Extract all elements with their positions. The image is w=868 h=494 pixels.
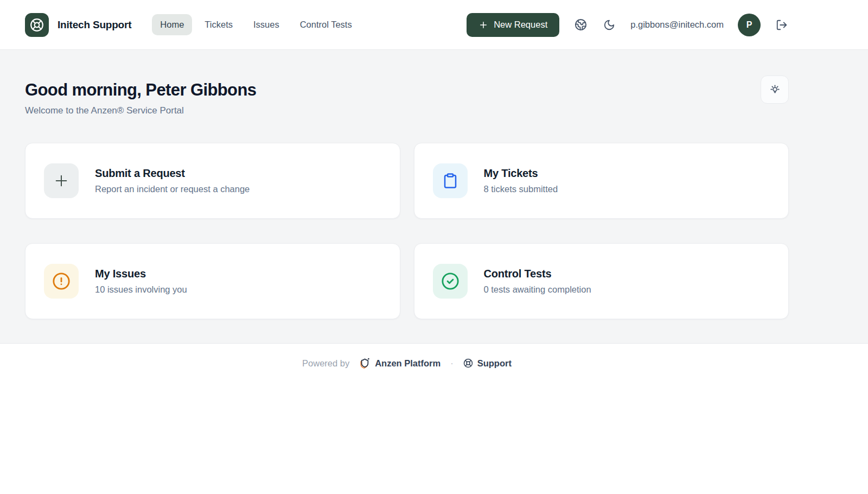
card-control-tests[interactable]: Control Tests 0 tests awaiting completio… [414,243,789,319]
platform-name: Anzen Platform [375,358,441,369]
shield-icon [358,357,370,369]
avatar-initial: P [746,20,752,30]
lifebuoy-icon [30,18,44,32]
portal-home: Good morning, Peter Gibbons Welcome to t… [0,50,868,344]
nav-item-home[interactable]: Home [152,14,192,35]
quick-action-cards: Submit a Request Report an incident or r… [25,143,789,319]
log-out-icon [776,19,788,31]
card-text: Control Tests 0 tests awaiting completio… [484,268,591,295]
card-my-tickets[interactable]: My Tickets 8 tickets submitted [414,143,789,219]
language-button[interactable] [573,17,588,32]
anzen-platform-link[interactable]: Anzen Platform [358,357,441,369]
alert-circle-icon [44,264,79,299]
brand-home-link[interactable]: Initech Support [25,13,131,37]
greeting-block: Good morning, Peter Gibbons Welcome to t… [25,80,256,116]
plus-icon [44,163,79,198]
nav-item-control-tests[interactable]: Control Tests [292,14,360,35]
lightbulb-icon [769,84,781,96]
support-link[interactable]: Support [463,358,512,369]
card-my-issues[interactable]: My Issues 10 issues involving you [25,243,400,319]
card-text: My Tickets 8 tickets submitted [484,167,558,194]
header-actions: New Request [467,13,789,37]
welcome-subtitle: Welcome to the Anzen® Service Portal [25,105,256,116]
card-text: My Issues 10 issues involving you [95,268,187,295]
page-footer: Powered by Anzen Platform · Support [0,344,868,385]
clipboard-icon [433,163,468,198]
card-subtitle: Report an incident or request a change [95,184,250,194]
card-title: Control Tests [484,268,591,280]
globe-icon [575,18,587,31]
card-title: My Tickets [484,167,558,180]
brand-name: Initech Support [58,19,131,31]
nav-item-tickets[interactable]: Tickets [196,14,241,35]
footer-separator: · [450,358,454,369]
sign-out-button[interactable] [775,18,789,32]
powered-by-label: Powered by [302,358,349,369]
check-circle-icon [433,264,468,299]
user-email: p.gibbons@initech.com [630,20,724,30]
card-title: My Issues [95,268,187,280]
new-request-button[interactable]: New Request [467,13,559,37]
support-label: Support [477,358,512,369]
page-title: Good morning, Peter Gibbons [25,80,256,100]
theme-toggle-button[interactable] [602,18,616,32]
primary-nav: Home Tickets Issues Control Tests [152,14,360,35]
card-text: Submit a Request Report an incident or r… [95,167,250,194]
card-subtitle: 0 tests awaiting completion [484,284,591,295]
avatar[interactable]: P [738,14,761,36]
card-title: Submit a Request [95,167,250,180]
tips-button[interactable] [761,75,789,104]
card-subtitle: 8 tickets submitted [484,184,558,194]
brand-logo [25,13,49,37]
plus-icon [478,20,488,30]
top-nav-bar: Initech Support Home Tickets Issues Cont… [0,0,868,50]
nav-item-issues[interactable]: Issues [245,14,288,35]
lifebuoy-icon [463,358,473,368]
card-subtitle: 10 issues involving you [95,284,187,295]
card-submit-request[interactable]: Submit a Request Report an incident or r… [25,143,400,219]
new-request-label: New Request [494,20,547,30]
moon-icon [603,19,615,31]
